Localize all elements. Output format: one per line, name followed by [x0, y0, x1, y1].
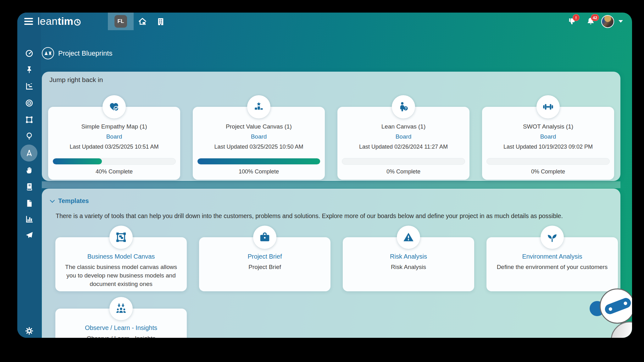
- briefcase-icon: [253, 226, 276, 249]
- template-card-risk-analysis[interactable]: Risk Analysis Risk Analysis: [343, 237, 474, 291]
- background-band: [42, 181, 620, 188]
- topbar: leantim FL ! 42: [17, 13, 632, 30]
- template-title[interactable]: Business Model Canvas: [55, 253, 187, 260]
- template-title[interactable]: Environment Analysis: [486, 253, 618, 260]
- recent-heading: Jump right back in: [49, 76, 103, 84]
- menu-icon[interactable]: [24, 18, 33, 25]
- file-icon[interactable]: [25, 199, 33, 207]
- page-header: ♟♜ Project Blueprints: [42, 47, 112, 59]
- ranking-star-icon: [247, 95, 270, 118]
- progress-bar: [197, 158, 320, 165]
- recent-card-simple-empathy-map[interactable]: Simple Empathy Map (1) Board Last Update…: [48, 107, 180, 180]
- progress-bar: [53, 158, 176, 165]
- recent-card-swot-analysis[interactable]: SWOT Analysis (1) Board Last Updated 10/…: [482, 107, 614, 180]
- progress-label: 0% Complete: [482, 168, 614, 175]
- last-updated: Last Updated 10/19/2023 09:02 PM: [482, 144, 614, 150]
- template-description: Define the environment of your customers: [486, 263, 618, 271]
- template-card-environment-analysis[interactable]: Environment Analysis Define the environm…: [486, 237, 618, 291]
- hand-icon[interactable]: [25, 166, 33, 174]
- drafting-compass-icon[interactable]: [25, 149, 33, 157]
- card-title: Simple Empathy Map (1): [48, 123, 180, 130]
- paper-plane-icon[interactable]: [25, 231, 33, 239]
- template-title[interactable]: Risk Analysis: [343, 253, 474, 260]
- board-link[interactable]: Board: [48, 133, 180, 140]
- object-group-icon: [109, 226, 133, 249]
- progress-label: 0% Complete: [337, 168, 469, 175]
- svg-text:?: ?: [405, 107, 407, 110]
- template-description: Risk Analysis: [343, 263, 474, 271]
- template-description: The classic business model canvas allows…: [55, 263, 187, 288]
- robot-eye: [623, 301, 628, 305]
- person-question-icon: ?: [392, 95, 415, 118]
- heart-check-icon: [103, 95, 126, 118]
- template-title[interactable]: Observe / Learn - Insights: [55, 324, 187, 332]
- progress-label: 40% Complete: [48, 168, 180, 175]
- chart-column-icon[interactable]: [25, 215, 33, 223]
- bell-icon[interactable]: 42: [586, 17, 595, 26]
- users-arrows-icon: [109, 297, 133, 320]
- dashboard-icon[interactable]: [25, 49, 33, 58]
- templates-heading: Templates: [58, 197, 89, 205]
- dumbbell-icon: [536, 95, 560, 118]
- warning-triangle-icon: [397, 226, 420, 249]
- leantime-logo: leantim: [37, 15, 81, 27]
- last-updated: Last Updated 03/25/2025 10:50 AM: [193, 144, 325, 150]
- progress-bar: [342, 158, 465, 165]
- board-link[interactable]: Board: [193, 133, 325, 140]
- board-link[interactable]: Board: [482, 133, 614, 140]
- logo-clock-icon: [74, 19, 81, 26]
- feedback-icon[interactable]: !: [568, 17, 577, 26]
- robot-visor: [603, 297, 632, 316]
- logo-text-light: lean: [37, 15, 58, 27]
- templates-panel: Templates There is a variety of tools th…: [42, 189, 620, 338]
- vector-square-icon[interactable]: [25, 116, 33, 124]
- avatar[interactable]: [601, 15, 614, 28]
- recent-card-project-value-canvas[interactable]: Project Value Canvas (1) Board Last Upda…: [193, 107, 325, 180]
- recent-panel: Jump right back in Simple Empathy Map (1…: [42, 72, 620, 181]
- feedback-badge: !: [573, 14, 580, 21]
- templates-collapse-toggle[interactable]: Templates: [51, 197, 89, 205]
- card-title: Project Value Canvas (1): [193, 123, 325, 130]
- app-window: leantim FL ! 42 ♟♜: [17, 13, 632, 338]
- logo-text-bold: tim: [58, 15, 73, 27]
- home-work-icon[interactable]: [138, 17, 147, 26]
- robot-mascot[interactable]: [600, 288, 632, 324]
- board-link[interactable]: Board: [337, 133, 469, 140]
- last-updated: Last Updated 02/26/2024 11:27 AM: [337, 144, 469, 150]
- seedling-icon: [541, 226, 564, 249]
- robot-eye: [608, 307, 613, 311]
- lightbulb-icon[interactable]: [25, 132, 33, 140]
- workspace-badge[interactable]: FL: [114, 15, 127, 28]
- chart-gantt-icon[interactable]: [25, 82, 33, 90]
- progress-bar: [486, 158, 610, 165]
- last-updated: Last Updated 03/25/2025 10:51 AM: [48, 144, 180, 150]
- templates-description: There is a variety of tools that can hel…: [56, 212, 563, 220]
- chevron-down-icon: [50, 198, 55, 203]
- chess-strategy-icon: ♟♜: [42, 47, 54, 59]
- recent-card-lean-canvas[interactable]: ? Lean Canvas (1) Board Last Updated 02/…: [337, 107, 469, 180]
- template-card-observe-learn-insights[interactable]: Observe / Learn - Insights Observe / Lea…: [55, 309, 187, 338]
- book-icon[interactable]: [25, 183, 33, 191]
- screen: leantim FL ! 42 ♟♜: [0, 0, 644, 362]
- template-description: Project Brief: [199, 263, 330, 271]
- card-title: SWOT Analysis (1): [482, 123, 614, 130]
- caret-down-icon[interactable]: [619, 20, 623, 23]
- card-title: Lean Canvas (1): [337, 123, 469, 130]
- workspace-section[interactable]: FL: [108, 13, 134, 30]
- template-description: Observe / Learn - Insights: [55, 334, 187, 338]
- gear-icon[interactable]: [25, 327, 33, 335]
- bullseye-icon[interactable]: [25, 99, 33, 107]
- notification-count-badge: 42: [591, 14, 599, 21]
- progress-label: 100% Complete: [193, 168, 325, 175]
- sidebar: [17, 13, 41, 338]
- template-title[interactable]: Project Brief: [199, 253, 330, 260]
- company-icon[interactable]: [156, 17, 165, 26]
- template-card-project-brief[interactable]: Project Brief Project Brief: [199, 237, 330, 291]
- thumbtack-icon[interactable]: [25, 66, 33, 74]
- template-card-business-model-canvas[interactable]: Business Model Canvas The classic busine…: [55, 237, 187, 291]
- page-title: Project Blueprints: [58, 49, 112, 58]
